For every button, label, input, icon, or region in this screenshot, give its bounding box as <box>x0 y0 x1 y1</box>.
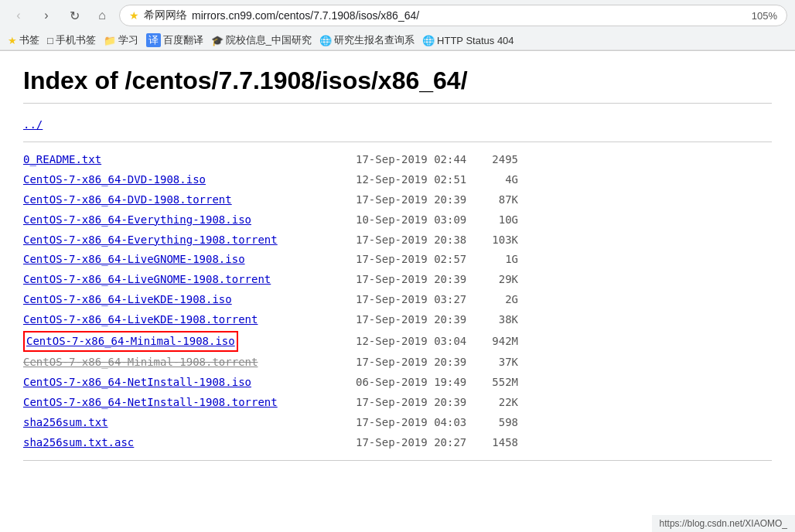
file-date: 17-Sep-2019 02:44 <box>333 151 472 169</box>
bookmark-star-icon: ★ <box>129 9 139 22</box>
file-size: 103K <box>472 231 518 250</box>
url-text: mirrors.cn99.com/centos/7.7.1908/isos/x8… <box>192 9 746 22</box>
file-date: 12-Sep-2019 03:04 <box>333 332 472 351</box>
bookmark-item-school[interactable]: 🎓 院校信息_中国研究 <box>211 33 312 47</box>
site-label: 希网网络 <box>144 9 187 22</box>
file-link[interactable]: 0_README.txt <box>23 153 101 165</box>
bookmark-label: 学习 <box>118 33 138 47</box>
file-size: 2G <box>472 291 518 309</box>
file-date: 17-Sep-2019 20:39 <box>333 311 472 329</box>
file-link[interactable]: sha256sum.txt <box>23 416 108 428</box>
file-link[interactable]: CentOS-7-x86_64-DVD-1908.iso <box>23 173 206 186</box>
file-link[interactable]: CentOS-7-x86_64-DVD-1908.torrent <box>23 193 232 206</box>
file-link[interactable]: CentOS-7-x86_64-LiveGNOME-1908.iso <box>23 253 245 265</box>
file-size: 29K <box>472 271 518 289</box>
back-button[interactable]: ‹ <box>8 5 29 26</box>
file-size: 87K <box>472 191 518 210</box>
file-size: 2495 <box>472 151 518 169</box>
home-button[interactable]: ⌂ <box>91 5 113 26</box>
file-link[interactable]: CentOS-7-x86_64-Everything-1908.iso <box>23 213 251 226</box>
file-date: 17-Sep-2019 02:57 <box>333 251 472 269</box>
zoom-level: 105% <box>752 10 777 22</box>
file-size: 942M <box>472 332 518 351</box>
bookmark-item-mobile[interactable]: □ 手机书签 <box>47 33 96 47</box>
bookmark-label: 手机书签 <box>56 33 96 47</box>
bookmarks-bar: ★ 书签 □ 手机书签 📁 学习 译 百度翻译 🎓 院校信息_中国研究 🌐 研究… <box>0 31 795 50</box>
file-size: 38K <box>472 311 518 329</box>
divider <box>23 142 772 142</box>
file-size: 552M <box>472 373 518 392</box>
file-row: 0_README.txt17-Sep-2019 02:442495 <box>23 150 772 170</box>
page-title: Index of /centos/7.7.1908/isos/x86_64/ <box>23 66 772 104</box>
file-row: CentOS-7-x86_64-Everything-1908.torrent1… <box>23 230 772 251</box>
address-bar[interactable]: ★ 希网网络 mirrors.cn99.com/centos/7.7.1908/… <box>119 5 787 26</box>
browser-chrome: ‹ › ↻ ⌂ ★ 希网网络 mirrors.cn99.com/centos/7… <box>0 0 795 51</box>
file-size: 1G <box>472 251 518 269</box>
file-date: 06-Sep-2019 19:49 <box>333 373 472 392</box>
file-size: 1458 <box>472 434 518 452</box>
file-link[interactable]: CentOS-7-x86_64-NetInstall-1908.torrent <box>23 396 278 408</box>
file-date: 17-Sep-2019 20:38 <box>333 231 472 250</box>
file-date: 17-Sep-2019 20:27 <box>333 434 472 452</box>
file-link[interactable]: CentOS-7-x86_64-LiveKDE-1908.iso <box>23 293 232 305</box>
parent-dir-row: ../ <box>23 115 772 134</box>
file-row: sha256sum.txt.asc17-Sep-2019 20:271458 <box>23 433 772 453</box>
bookmark-item-bookmarks[interactable]: ★ 书签 <box>8 33 39 47</box>
file-listing: ../ 0_README.txt17-Sep-2019 02:442495Cen… <box>23 115 772 461</box>
bookmark-item-translate[interactable]: 译 百度翻译 <box>146 33 203 47</box>
file-row: CentOS-7-x86_64-NetInstall-1908.iso06-Se… <box>23 373 772 393</box>
bookmark-item-graduate[interactable]: 🌐 研究生报名查询系 <box>319 33 415 47</box>
file-row: CentOS-7-x86_64-DVD-1908.iso12-Sep-2019 … <box>23 170 772 190</box>
file-date: 12-Sep-2019 02:51 <box>333 171 472 189</box>
bookmark-label: HTTP Status 404 <box>437 35 514 46</box>
file-link[interactable]: CentOS-7-x86_64-Minimal-1908.torrent <box>23 356 258 368</box>
file-size: 37K <box>472 353 518 372</box>
highlighted-file-box: CentOS-7-x86_64-Minimal-1908.iso <box>23 331 238 353</box>
file-row: CentOS-7-x86_64-Everything-1908.iso10-Se… <box>23 210 772 230</box>
file-size: 4G <box>472 171 518 189</box>
file-row: CentOS-7-x86_64-Minimal-1908.torrent17-S… <box>23 353 772 373</box>
folder-icon: 📁 <box>104 35 116 46</box>
file-row: CentOS-7-x86_64-LiveGNOME-1908.iso17-Sep… <box>23 250 772 270</box>
star-icon: ★ <box>8 35 17 46</box>
parent-dir-link[interactable]: ../ <box>23 116 317 133</box>
file-row: CentOS-7-x86_64-LiveKDE-1908.iso17-Sep-2… <box>23 290 772 310</box>
file-date: 17-Sep-2019 20:39 <box>333 191 472 210</box>
file-date: 17-Sep-2019 20:39 <box>333 394 472 412</box>
file-date: 17-Sep-2019 20:39 <box>333 353 472 372</box>
file-row: CentOS-7-x86_64-LiveKDE-1908.torrent17-S… <box>23 310 772 330</box>
file-link[interactable]: CentOS-7-x86_64-Minimal-1908.iso <box>26 335 235 347</box>
file-link[interactable]: CentOS-7-x86_64-NetInstall-1908.iso <box>23 376 251 388</box>
forward-button[interactable]: › <box>36 5 57 26</box>
file-size: 10G <box>472 211 518 230</box>
school-icon: 🎓 <box>211 35 223 46</box>
file-link[interactable]: CentOS-7-x86_64-LiveKDE-1908.torrent <box>23 313 258 326</box>
mobile-icon: □ <box>47 35 53 46</box>
file-size: 22K <box>472 394 518 412</box>
bookmark-item-study[interactable]: 📁 学习 <box>104 33 138 47</box>
file-date: 17-Sep-2019 04:03 <box>333 414 472 432</box>
bookmark-item-http404[interactable]: 🌐 HTTP Status 404 <box>422 35 514 46</box>
bookmark-label: 百度翻译 <box>163 33 203 47</box>
globe-icon-2: 🌐 <box>422 35 435 46</box>
file-date: 17-Sep-2019 20:39 <box>333 271 472 289</box>
globe-icon: 🌐 <box>319 35 332 46</box>
divider-bottom <box>23 460 772 461</box>
bookmark-label: 研究生报名查询系 <box>334 33 415 47</box>
nav-bar: ‹ › ↻ ⌂ ★ 希网网络 mirrors.cn99.com/centos/7… <box>0 0 795 31</box>
file-row: CentOS-7-x86_64-DVD-1908.torrent17-Sep-2… <box>23 190 772 210</box>
page-content: Index of /centos/7.7.1908/isos/x86_64/ .… <box>0 51 795 484</box>
file-date: 17-Sep-2019 03:27 <box>333 291 472 309</box>
reload-button[interactable]: ↻ <box>63 5 85 26</box>
file-link[interactable]: CentOS-7-x86_64-LiveGNOME-1908.torrent <box>23 273 271 285</box>
bookmark-label: 书签 <box>19 33 39 47</box>
bookmark-label: 院校信息_中国研究 <box>226 33 312 47</box>
file-link[interactable]: sha256sum.txt.asc <box>23 436 134 448</box>
translate-icon: 译 <box>146 33 161 47</box>
file-size: 598 <box>472 414 518 432</box>
file-rows-container: 0_README.txt17-Sep-2019 02:442495CentOS-… <box>23 150 772 452</box>
file-row: CentOS-7-x86_64-LiveGNOME-1908.torrent17… <box>23 270 772 290</box>
file-date: 10-Sep-2019 03:09 <box>333 211 472 230</box>
file-row: sha256sum.txt17-Sep-2019 04:03598 <box>23 413 772 433</box>
file-link[interactable]: CentOS-7-x86_64-Everything-1908.torrent <box>23 234 278 246</box>
